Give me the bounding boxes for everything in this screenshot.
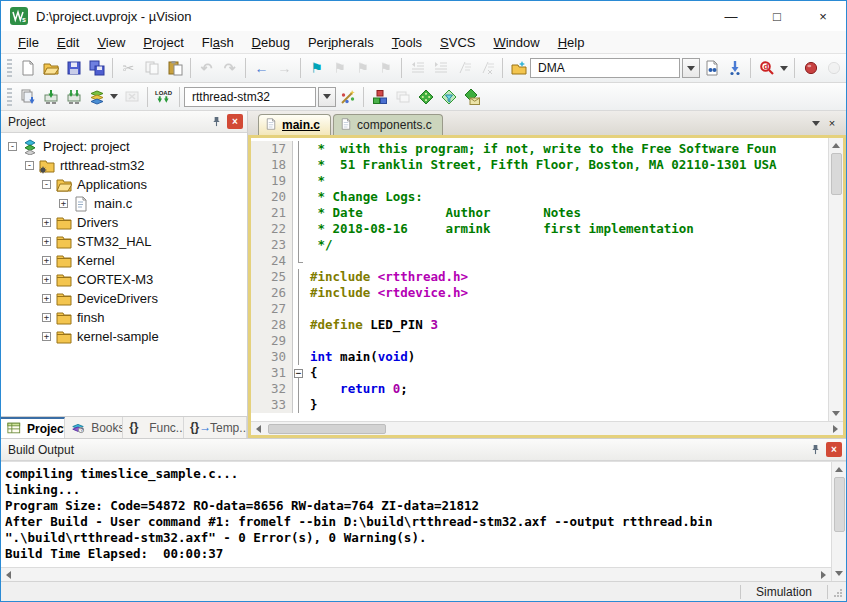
menu-svcs[interactable]: SVCS — [431, 33, 484, 52]
code-line-23[interactable]: 23 */ — [251, 237, 828, 253]
bookmarks-magnifier-dropdown[interactable] — [778, 57, 790, 79]
expand-icon[interactable]: + — [42, 218, 51, 227]
menu-project[interactable]: Project — [134, 33, 192, 52]
editor-vertical-scrollbar[interactable] — [828, 138, 843, 421]
collapse-icon[interactable]: - — [42, 180, 51, 189]
code-line-18[interactable]: 18 * 51 Franklin Street, Fifth Floor, Bo… — [251, 157, 828, 173]
find-box[interactable]: DMA — [530, 58, 680, 78]
build-icon[interactable] — [39, 86, 62, 108]
expand-icon[interactable]: + — [42, 332, 51, 341]
save-all-icon[interactable] — [85, 57, 108, 79]
build-output-log[interactable]: compiling timeslice_sample.c...linking..… — [1, 462, 831, 567]
manage-project-items-icon[interactable] — [368, 86, 391, 108]
new-file-icon[interactable] — [16, 57, 39, 79]
menu-peripherals[interactable]: Peripherals — [299, 33, 383, 52]
uncomment-selection-icon[interactable] — [475, 57, 498, 79]
expand-icon[interactable]: + — [42, 313, 51, 322]
breakpoint-kill-all-icon[interactable] — [845, 57, 846, 79]
save-icon[interactable] — [62, 57, 85, 79]
tree-item-main-c[interactable]: +main.c — [1, 194, 247, 213]
menu-help[interactable]: Help — [549, 33, 594, 52]
minimize-button[interactable]: — — [708, 1, 754, 31]
bookmark-next-icon[interactable]: ⚑ — [351, 57, 374, 79]
toolbar-grip[interactable] — [7, 59, 12, 77]
scroll-left-icon[interactable] — [1, 568, 16, 582]
breakpoint-disable-icon[interactable] — [822, 57, 845, 79]
scroll-right-icon[interactable] — [816, 568, 831, 582]
bookmarks-magnifier-icon[interactable]: d — [755, 57, 778, 79]
code-line-33[interactable]: 33} — [251, 397, 828, 413]
tab-list-dropdown-icon[interactable] — [808, 115, 824, 131]
incremental-find-icon[interactable] — [723, 57, 746, 79]
tree-item-stm32-hal[interactable]: +STM32_HAL — [1, 232, 247, 251]
cut-icon[interactable]: ✂ — [117, 57, 140, 79]
tree-item-drivers[interactable]: +Drivers — [1, 213, 247, 232]
expand-icon[interactable]: + — [59, 199, 68, 208]
scroll-down-icon[interactable] — [832, 566, 847, 581]
bookmark-toggle-icon[interactable]: ⚑ — [305, 57, 328, 79]
close-document-icon[interactable]: × — [824, 115, 840, 131]
expand-icon[interactable]: + — [42, 294, 51, 303]
code-line-22[interactable]: 22 * 2018-08-16 armink first implementat… — [251, 221, 828, 237]
paste-icon[interactable] — [163, 57, 186, 79]
tree-item-project-project[interactable]: -Project: project — [1, 137, 247, 156]
tree-item-cortex-m3[interactable]: +CORTEX-M3 — [1, 270, 247, 289]
scrollbar-thumb[interactable] — [834, 477, 845, 532]
code-line-28[interactable]: 28#define LED_PIN 3 — [251, 317, 828, 333]
scroll-right-icon[interactable] — [828, 422, 843, 436]
scroll-up-icon[interactable] — [829, 138, 844, 153]
close-icon[interactable]: × — [227, 114, 243, 129]
tree-item-finsh[interactable]: +finsh — [1, 308, 247, 327]
download-flash-icon[interactable]: LOAD — [152, 86, 175, 108]
breakpoint-toggle-icon[interactable] — [799, 57, 822, 79]
sidebar-tab-books[interactable]: ?Books — [65, 417, 123, 438]
expand-icon[interactable]: + — [42, 256, 51, 265]
select-software-packs-icon[interactable] — [437, 86, 460, 108]
undo-icon[interactable]: ↶ — [195, 57, 218, 79]
code-line-20[interactable]: 20 * Change Logs: — [251, 189, 828, 205]
tree-item-devicedrivers[interactable]: +DeviceDrivers — [1, 289, 247, 308]
scrollbar-thumb[interactable] — [831, 153, 842, 195]
navigate-forward-icon[interactable]: → — [273, 57, 296, 79]
code-line-31[interactable]: 31−{ — [251, 365, 828, 381]
code-line-19[interactable]: 19 * — [251, 173, 828, 189]
pin-icon[interactable] — [807, 442, 823, 457]
bookmark-clear-all-icon[interactable]: ⚑ — [374, 57, 397, 79]
tree-item-applications[interactable]: -Applications — [1, 175, 247, 194]
code-line-17[interactable]: 17 * with this program; if not, write to… — [251, 141, 828, 157]
expand-icon[interactable]: + — [42, 237, 51, 246]
manage-rte-icon[interactable] — [414, 86, 437, 108]
menu-view[interactable]: View — [88, 33, 134, 52]
code-editor[interactable]: 17 * with this program; if not, write to… — [251, 138, 828, 421]
build-output-horizontal-scrollbar[interactable] — [1, 567, 831, 581]
collapse-icon[interactable]: - — [8, 142, 17, 151]
menu-debug[interactable]: Debug — [243, 33, 299, 52]
close-icon[interactable]: × — [826, 442, 842, 457]
rebuild-all-icon[interactable] — [62, 86, 85, 108]
find-in-files-dialog-icon[interactable] — [700, 57, 723, 79]
expand-icon[interactable]: + — [42, 275, 51, 284]
copy-icon[interactable] — [140, 57, 163, 79]
bookmark-previous-icon[interactable]: ⚑ — [328, 57, 351, 79]
menu-file[interactable]: File — [9, 33, 48, 52]
build-output-vertical-scrollbar[interactable] — [831, 462, 846, 581]
menu-edit[interactable]: Edit — [48, 33, 88, 52]
scroll-up-icon[interactable] — [832, 462, 847, 477]
batch-build-dropdown[interactable] — [108, 86, 120, 108]
sidebar-tab-temp[interactable]: {}→Temp... — [184, 417, 247, 438]
open-file-icon[interactable] — [39, 57, 62, 79]
tree-item-kernel[interactable]: +Kernel — [1, 251, 247, 270]
navigate-back-icon[interactable]: ← — [250, 57, 273, 79]
menu-flash[interactable]: Flash — [193, 33, 243, 52]
tree-item-rtthread-stm32[interactable]: -rtthread-stm32 — [1, 156, 247, 175]
target-box[interactable]: rtthread-stm32 — [184, 87, 316, 107]
maximize-button[interactable]: □ — [754, 1, 800, 31]
fold-collapse-icon[interactable]: − — [293, 365, 306, 381]
stop-build-icon[interactable] — [120, 86, 143, 108]
collapse-icon[interactable]: - — [25, 161, 34, 170]
resize-grip[interactable] — [828, 582, 846, 601]
sidebar-tab-func[interactable]: {}Func... — [123, 417, 184, 438]
indent-left-icon[interactable] — [406, 57, 429, 79]
scrollbar-thumb[interactable] — [268, 424, 386, 434]
batch-build-icon[interactable] — [85, 86, 108, 108]
